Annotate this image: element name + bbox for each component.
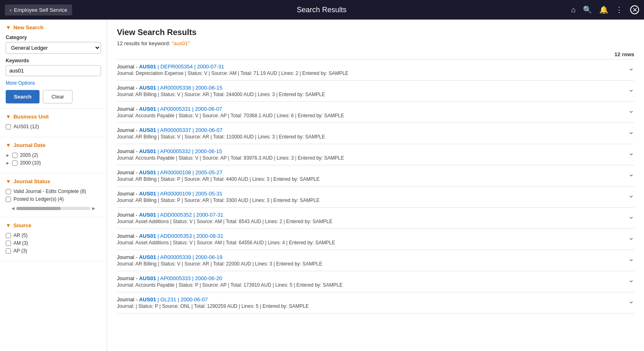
result-link[interactable]: Journal - AUS01 | AP00005331 | 2000-06-0… [117,106,222,112]
filter-ap-checkbox[interactable] [6,248,11,254]
expand-icon[interactable]: ⌄ [624,254,634,263]
result-content: Journal - AUS01 | AR00005337 | 2000-06-0… [117,127,624,140]
block-icon[interactable]: ✕ [630,5,639,14]
result-link[interactable]: Journal - AUS01 | AR00000109 | 2005-05-3… [117,191,222,197]
search-icon[interactable]: 🔍 [583,5,592,14]
result-desc: Journal: Accounts Payable | Status: V | … [117,113,624,118]
expand-icon[interactable]: ⌄ [624,64,634,72]
result-content: Journal - AUS01 | AR00000109 | 2005-05-3… [117,191,624,203]
result-id: AUS01 [139,275,156,281]
result-content: Journal - AUS01 | GL231 | 2000-06-07 Jou… [117,296,624,309]
result-content: Journal - AUS01 | AP00005333 | 2000-06-2… [117,275,624,288]
filter-ar: AR (5) [6,233,101,238]
filter-2000-checkbox[interactable] [12,160,18,166]
result-prefix: Journal - [117,106,139,112]
result-link[interactable]: Journal - AUS01 | ADD0005353 | 2000-08-3… [117,233,223,239]
scroll-right-icon[interactable]: ▶ [92,206,95,211]
keywords-input[interactable] [6,65,101,76]
result-item: Journal - AUS01 | AR00005338 | 2000-06-1… [117,80,634,101]
filter-posted-checkbox[interactable] [6,197,11,202]
source-section: ▼ Source AR (5) AM (3) AP (3) [0,217,107,261]
result-link[interactable]: Journal - AUS01 | AR00005338 | 2000-06-1… [117,85,222,91]
source-filters: AR (5) AM (3) AP (3) [6,233,101,254]
result-desc: Journal: AR Billing | Status: P | Source… [117,197,624,203]
bell-icon[interactable]: 🔔 [599,5,608,14]
filter-ap: AP (3) [6,248,101,254]
chevron-down-icon-js: ▼ [6,178,11,184]
expand-icon[interactable]: ⌄ [624,296,634,305]
result-item: Journal - AUS01 | AR00005337 | 2000-06-0… [117,123,634,144]
result-detail: | AR00000109 | 2005-05-31 [156,191,222,197]
expand-icon[interactable]: ⌄ [624,148,634,157]
results-count-inline: 12 [117,40,123,46]
scrollbar-thumb [16,207,61,210]
category-group: Category General Ledger [6,35,101,54]
expand-icon[interactable]: ⌄ [624,191,634,200]
result-id: AUS01 [139,127,156,133]
expand-icon[interactable]: ⌄ [624,275,634,284]
more-options-link[interactable]: More Options [6,80,101,86]
result-prefix: Journal - [117,85,139,91]
journal-date-section: ▼ Journal Date ► 2005 (2) ► 2000 (10) [0,137,107,173]
result-desc: Journal: Depreciation Expense | Status: … [117,70,624,76]
result-detail: | ADD0005352 | 2000-07-31 [156,212,223,218]
filter-aus01-checkbox[interactable] [6,124,11,129]
clear-button[interactable]: Clear [43,90,73,103]
filter-posted: Posted to Ledger(s) (4) [6,196,101,202]
filter-ar-checkbox[interactable] [6,233,11,238]
expand-icon[interactable]: ⌄ [624,169,634,178]
result-link[interactable]: Journal - AUS01 | AR00005339 | 2000-06-1… [117,254,222,260]
filter-2000: ► 2000 (10) [6,160,101,166]
result-desc: Journal: AR Billing | Status: V | Source… [117,92,624,97]
result-prefix: Journal - [117,148,139,154]
source-title: ▼ Source [6,222,101,228]
result-content: Journal - AUS01 | AR00005339 | 2000-06-1… [117,254,624,267]
horizontal-scrollbar[interactable]: ◀ ▶ [6,204,101,212]
result-desc: Journal: AR Billing | Status: P | Source… [117,176,624,182]
more-vert-icon[interactable]: ⋮ [615,5,623,14]
expand-2000-icon[interactable]: ► [6,161,10,165]
category-select[interactable]: General Ledger [6,42,101,54]
result-link[interactable]: Journal - AUS01 | AP00005333 | 2000-06-2… [117,275,222,281]
expand-icon[interactable]: ⌄ [624,106,634,115]
result-detail: | AP00005332 | 2000-06-15 [156,148,222,154]
result-content: Journal - AUS01 | AP00005332 | 2000-06-1… [117,148,624,161]
home-icon[interactable]: ⌂ [571,6,576,14]
result-link[interactable]: Journal - AUS01 | DEPR005354 | 2000-07-3… [117,64,224,70]
results-pane: View Search Results 12 results for keywo… [107,20,644,351]
expand-icon[interactable]: ⌄ [624,212,634,221]
result-link[interactable]: Journal - AUS01 | ADD0005352 | 2000-07-3… [117,212,223,218]
journal-date-title: ▼ Journal Date [6,142,101,148]
result-id: AUS01 [139,296,156,303]
expand-icon[interactable]: ⌄ [624,127,634,136]
filter-am-checkbox[interactable] [6,241,11,246]
main-layout: ▮ ▼ New Search Category General Ledger K… [0,20,644,351]
back-button[interactable]: ‹ Employee Self Service [5,4,72,15]
result-prefix: Journal - [117,169,139,176]
journal-date-filters: ► 2005 (2) ► 2000 (10) [6,152,101,166]
result-desc: Journal: Accounts Payable | Status: P | … [117,282,624,288]
expand-2005-icon[interactable]: ► [6,153,10,158]
result-link[interactable]: Journal - AUS01 | GL231 | 2000-06-07 [117,296,208,303]
result-link[interactable]: Journal - AUS01 | AP00005332 | 2000-06-1… [117,148,222,154]
search-button[interactable]: Search [6,90,40,103]
result-desc: Journal: Accounts Payable | Status: V | … [117,155,624,161]
result-content: Journal - AUS01 | AR00000108 | 2005-05-2… [117,169,624,182]
filter-2005-checkbox[interactable] [12,153,18,158]
filter-2005: ► 2005 (2) [6,152,101,158]
chevron-down-icon-jd: ▼ [6,142,11,148]
filter-aus01: AUS01 (12) [6,124,101,129]
filter-valid-checkbox[interactable] [6,189,11,194]
result-desc: Journal: AR Billing | Status: V | Source… [117,261,624,267]
result-detail: | AR00005339 | 2000-06-19 [156,254,222,260]
result-id: AUS01 [139,148,156,154]
expand-icon[interactable]: ⌄ [624,233,634,242]
scroll-left-icon[interactable]: ◀ [11,206,15,211]
collapse-handle[interactable]: ▮ [107,20,107,30]
expand-icon[interactable]: ⌄ [624,85,634,94]
new-search-section: ▼ New Search Category General Ledger Key… [0,20,107,109]
result-link[interactable]: Journal - AUS01 | AR00000108 | 2005-05-2… [117,169,222,176]
results-subtitle: 12 results for keyword: "aus01" [117,40,634,46]
result-prefix: Journal - [117,64,139,70]
result-link[interactable]: Journal - AUS01 | AR00005337 | 2000-06-0… [117,127,222,133]
